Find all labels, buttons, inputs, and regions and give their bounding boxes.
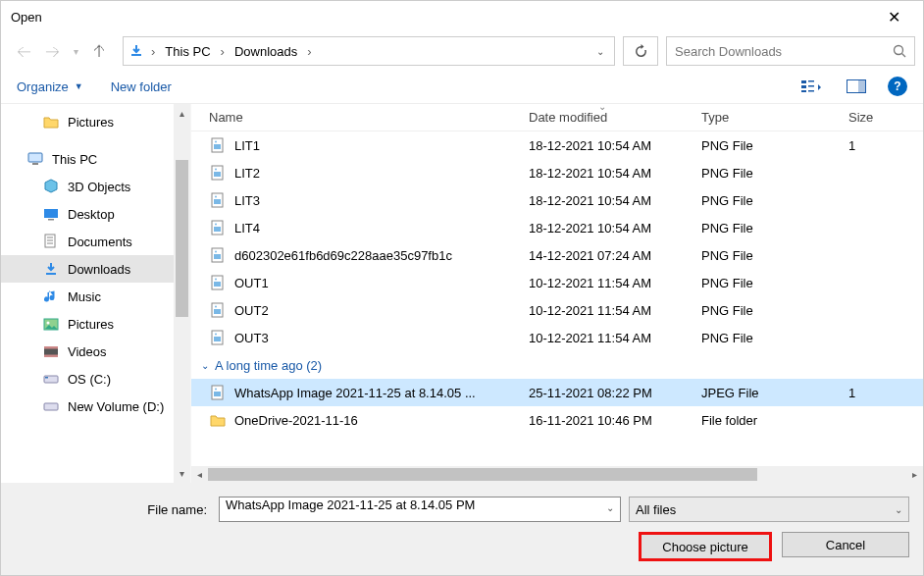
file-row[interactable]: LIT418-12-2021 10:54 AMPNG File	[191, 214, 923, 241]
file-list: ⌄ Name Date modified Type Size LIT118-12…	[191, 104, 923, 483]
up-icon[interactable]: 🡡	[92, 43, 107, 60]
folder-icon	[42, 114, 60, 130]
cancel-button[interactable]: Cancel	[782, 532, 909, 557]
refresh-button[interactable]	[623, 36, 658, 66]
sidebar-item-documents[interactable]: Documents	[1, 228, 174, 255]
choose-label: Choose picture	[662, 540, 747, 554]
column-name[interactable]: Name	[209, 110, 529, 125]
sidebar-item-label: Pictures	[68, 317, 114, 332]
sort-indicator-icon: ⌄	[598, 103, 606, 112]
scroll-down-icon[interactable]: ▾	[175, 466, 189, 481]
music-icon	[42, 288, 60, 304]
search-icon	[893, 44, 906, 58]
file-row[interactable]: OUT310-12-2021 11:54 AMPNG File	[191, 324, 923, 351]
svg-rect-39	[214, 254, 221, 259]
chevron-down-icon[interactable]: ⌄	[606, 502, 614, 513]
3d-icon	[42, 179, 60, 194]
file-name: OUT1	[234, 276, 269, 290]
drive-icon	[42, 371, 60, 387]
file-row[interactable]: OneDrive-2021-11-1616-11-2021 10:46 PMFi…	[191, 406, 923, 434]
column-headers[interactable]: ⌄ Name Date modified Type Size	[191, 104, 923, 131]
file-size: 1	[848, 386, 923, 400]
file-type: File folder	[701, 413, 848, 428]
sidebar-item-label: Downloads	[68, 262, 130, 277]
sidebar-item-this-pc[interactable]: This PC	[1, 145, 174, 173]
group-label: A long time ago (2)	[215, 358, 322, 373]
organize-menu[interactable]: Organize ▼	[17, 79, 83, 94]
breadcrumb-root[interactable]: This PC	[161, 42, 214, 61]
chevron-down-icon[interactable]: ⌄	[596, 46, 604, 57]
view-options-button[interactable]	[797, 76, 825, 97]
file-row[interactable]: d602302e61fb6d69c228aae35c97fb1c14-12-20…	[191, 241, 923, 269]
sidebar-item-pictures[interactable]: Pictures	[1, 310, 174, 338]
chevron-down-icon[interactable]: ▾	[74, 46, 78, 57]
column-date[interactable]: Date modified	[529, 110, 701, 125]
scroll-thumb[interactable]	[208, 468, 757, 481]
chevron-right-icon[interactable]: ›	[219, 44, 227, 59]
sidebar-scrollbar[interactable]: ▴ ▾	[174, 104, 190, 483]
group-header[interactable]: ⌄A long time ago (2)	[191, 351, 923, 379]
search-placeholder: Search Downloads	[675, 44, 782, 59]
svg-point-31	[215, 169, 217, 171]
breadcrumb-folder[interactable]: Downloads	[231, 42, 301, 61]
file-row[interactable]: OUT210-12-2021 11:54 AMPNG File	[191, 296, 923, 324]
help-button[interactable]: ?	[888, 77, 907, 96]
file-date: 16-11-2021 10:46 PM	[529, 413, 701, 428]
back-icon[interactable]: 🡠	[17, 43, 31, 60]
chevron-right-icon[interactable]: ›	[305, 44, 313, 59]
videos-icon	[42, 343, 60, 359]
desktop-icon	[42, 206, 60, 222]
column-type[interactable]: Type	[701, 110, 848, 125]
pc-icon	[26, 151, 44, 167]
drive-icon	[42, 398, 60, 414]
file-row[interactable]: LIT218-12-2021 10:54 AMPNG File	[191, 159, 923, 186]
column-size[interactable]: Size	[848, 110, 923, 125]
svg-rect-10	[28, 153, 42, 162]
scroll-left-icon[interactable]: ◂	[191, 466, 208, 483]
search-input[interactable]: Search Downloads	[666, 36, 915, 66]
file-row[interactable]: LIT318-12-2021 10:54 AMPNG File	[191, 186, 923, 214]
close-icon[interactable]: ✕	[874, 8, 913, 26]
sidebar-item-label: Desktop	[68, 207, 115, 222]
titlebar: Open ✕	[1, 1, 923, 32]
sidebar-item-music[interactable]: Music	[1, 283, 174, 310]
main-area: Pictures This PC 3D Objects Desktop Docu…	[1, 103, 923, 483]
preview-pane-button[interactable]	[843, 76, 870, 97]
svg-rect-51	[214, 392, 221, 396]
svg-rect-4	[801, 90, 806, 92]
chevron-down-icon: ⌄	[201, 360, 209, 371]
sidebar-item-drive-d[interactable]: New Volume (D:)	[1, 393, 174, 420]
cancel-label: Cancel	[826, 538, 865, 552]
file-type-select[interactable]: All files ⌄	[629, 497, 909, 522]
svg-point-0	[895, 46, 903, 55]
file-row[interactable]: WhatsApp Image 2021-11-25 at 8.14.05 ...…	[191, 379, 923, 406]
horizontal-scrollbar[interactable]: ◂ ▸	[191, 466, 923, 483]
choose-picture-button[interactable]: Choose picture	[639, 532, 772, 561]
sidebar-item-drive-c[interactable]: OS (C:)	[1, 365, 174, 393]
sidebar-item-desktop[interactable]: Desktop	[1, 200, 174, 228]
file-date: 10-12-2021 11:54 AM	[529, 331, 701, 345]
scroll-thumb[interactable]	[176, 160, 188, 317]
file-name: LIT4	[234, 221, 260, 236]
forward-icon[interactable]: 🡢	[45, 43, 60, 60]
file-row[interactable]: OUT110-12-2021 11:54 AMPNG File	[191, 269, 923, 296]
scroll-up-icon[interactable]: ▴	[175, 106, 189, 121]
file-date: 10-12-2021 11:54 AM	[529, 303, 701, 318]
file-type: PNG File	[701, 248, 848, 263]
svg-rect-27	[214, 144, 221, 149]
sidebar-item-videos[interactable]: Videos	[1, 338, 174, 365]
file-size: 1	[848, 138, 923, 153]
navigation-row: 🡠 🡢 ▾ 🡡 › This PC › Downloads › ⌄ Search…	[1, 32, 923, 70]
sidebar-item-label: This PC	[52, 152, 97, 167]
svg-line-1	[902, 54, 906, 58]
chevron-down-icon[interactable]: ⌄	[895, 504, 902, 515]
sidebar-item-pictures-quick[interactable]: Pictures	[1, 108, 174, 135]
chevron-right-icon[interactable]: ›	[149, 44, 157, 59]
sidebar-item-3d-objects[interactable]: 3D Objects	[1, 173, 174, 200]
sidebar-item-downloads[interactable]: Downloads	[1, 255, 174, 283]
file-name-input[interactable]: WhatsApp Image 2021-11-25 at 8.14.05 PM …	[219, 497, 621, 522]
new-folder-button[interactable]: New folder	[111, 79, 172, 94]
file-row[interactable]: LIT118-12-2021 10:54 AMPNG File1	[191, 131, 923, 159]
scroll-right-icon[interactable]: ▸	[906, 466, 923, 483]
breadcrumb[interactable]: › This PC › Downloads › ⌄	[123, 36, 615, 66]
